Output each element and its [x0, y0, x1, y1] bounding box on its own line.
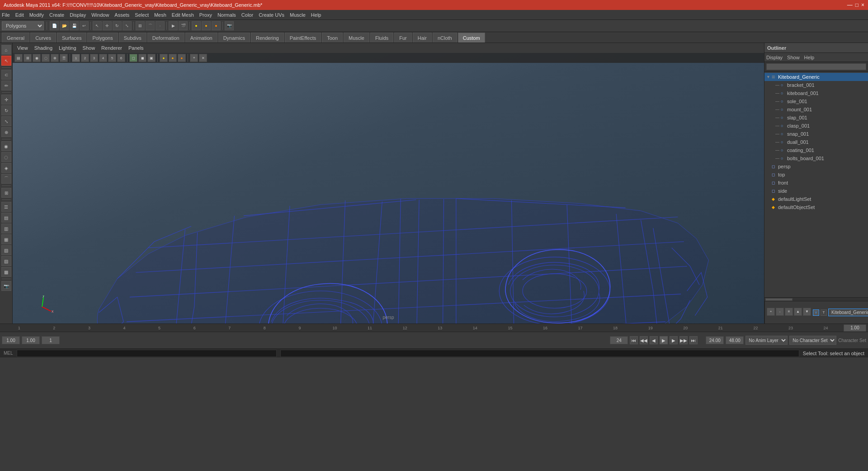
outliner-item-sole[interactable]: — ○ sole_001 — [764, 97, 868, 105]
menu-help[interactable]: Help — [311, 12, 321, 18]
tab-general[interactable]: General — [2, 33, 29, 43]
ipr-icon[interactable]: 🎬 — [179, 21, 188, 30]
vp-xray-icon[interactable]: ✕ — [199, 54, 207, 62]
outliner-item-clasp[interactable]: — ○ clasp_001 — [764, 122, 868, 130]
viewport-menu-renderer[interactable]: Renderer — [99, 45, 125, 51]
timeline-num-11[interactable]: 11 — [353, 326, 388, 330]
outliner-hscrollbar[interactable] — [765, 298, 793, 301]
layer4-icon[interactable]: ▧ — [1, 245, 11, 255]
viewport-menu-show[interactable]: Show — [80, 45, 98, 51]
layer1-icon[interactable]: ▤ — [1, 213, 11, 223]
outliner-menu-show[interactable]: Show — [787, 55, 800, 60]
tab-polygons[interactable]: Polygons — [87, 33, 118, 43]
vp-light3[interactable]: ● — [178, 54, 186, 62]
tab-deformation[interactable]: Deformation — [147, 33, 184, 43]
open-icon[interactable]: 📂 — [60, 21, 69, 30]
menu-color[interactable]: Color — [241, 12, 253, 18]
tab-painteffects[interactable]: PaintEffects — [285, 33, 321, 43]
vp-icon-6[interactable]: ☰ — [60, 54, 68, 62]
layer-add-btn[interactable]: + — [767, 308, 775, 316]
maximize-button[interactable]: □ — [855, 2, 859, 8]
menu-modify[interactable]: Modify — [29, 12, 44, 18]
timeline-num-10[interactable]: 10 — [317, 326, 353, 330]
timeline-num-1[interactable]: 1 — [2, 326, 37, 330]
move-tool[interactable]: ✛ — [1, 95, 11, 105]
timeline-num-9[interactable]: 9 — [283, 326, 318, 330]
lasso-tool[interactable]: ⊂ — [1, 70, 11, 80]
vp-icon-1[interactable]: ▤ — [14, 54, 23, 62]
tab-ncloth[interactable]: nCloth — [433, 33, 457, 43]
timeline-num-5[interactable]: 5 — [142, 326, 177, 330]
cluster-tool[interactable]: ◈ — [1, 163, 11, 173]
outliner-item-front[interactable]: ◻ front — [764, 179, 868, 187]
camera-tool[interactable]: 📷 — [1, 281, 11, 291]
outliner-item-duall[interactable]: — ○ duall_001 — [764, 138, 868, 146]
menu-file[interactable]: File — [2, 12, 10, 18]
render-icon[interactable]: ▶ — [169, 21, 178, 30]
play-button[interactable]: ▶ — [660, 336, 668, 344]
menu-mesh[interactable]: Mesh — [154, 12, 166, 18]
current-frame-input[interactable] — [844, 324, 866, 332]
outliner-item-defaultlightset[interactable]: ◆ defaultLightSet — [764, 195, 868, 203]
tab-subdivs[interactable]: Subdivs — [119, 33, 146, 43]
outliner-item-snap[interactable]: — ○ snap_001 — [764, 130, 868, 138]
outliner-menu-display[interactable]: Display — [766, 55, 783, 60]
timeline-num-18[interactable]: 18 — [598, 326, 633, 330]
layer-name-label[interactable]: Kiteboard_Generic_layer — [828, 309, 868, 316]
outliner-item-kiteboard[interactable]: — ○ kiteboard_001 — [764, 89, 868, 97]
soft-mod-tool[interactable]: ◉ — [1, 141, 11, 151]
mel-input-field[interactable] — [17, 350, 277, 357]
playback-range-start[interactable] — [22, 336, 40, 344]
tab-muscle[interactable]: Muscle — [344, 33, 369, 43]
timeline-num-3[interactable]: 3 — [72, 326, 107, 330]
timeline-num-22[interactable]: 22 — [738, 326, 774, 330]
layer2-icon[interactable]: ▥ — [1, 224, 11, 233]
layer5-icon[interactable]: ▨ — [1, 256, 11, 266]
menu-normals[interactable]: Normals — [217, 12, 236, 18]
anim-end1[interactable] — [706, 336, 724, 344]
rotate-tool[interactable]: ↻ — [1, 105, 11, 115]
vp-snap-icon[interactable]: ⌖ — [190, 54, 198, 62]
vp-display-1[interactable]: 1 — [72, 54, 80, 62]
tab-curves[interactable]: Curves — [30, 33, 56, 43]
timeline-num-19[interactable]: 19 — [633, 326, 668, 330]
vp-solid-icon[interactable]: ◼ — [138, 54, 146, 62]
menu-select[interactable]: Select — [135, 12, 149, 18]
outliner-item-top[interactable]: ◻ top — [764, 171, 868, 179]
transform-tool[interactable]: ⊕ — [1, 127, 11, 137]
tab-custom[interactable]: Custom — [458, 33, 485, 43]
vp-light1[interactable]: ● — [160, 54, 168, 62]
vp-icon-3[interactable]: ◉ — [33, 54, 41, 62]
tab-fur[interactable]: Fur — [394, 33, 412, 43]
select-tool-icon[interactable]: ↖ — [93, 21, 102, 30]
paint-tool[interactable]: ✏ — [1, 81, 11, 90]
bend-tool[interactable]: ⌒ — [1, 174, 11, 184]
minimize-button[interactable]: — — [847, 2, 853, 8]
vp-display-4[interactable]: 4 — [99, 54, 107, 62]
expand-icon[interactable]: ▼ — [766, 75, 772, 79]
timeline-num-20[interactable]: 20 — [668, 326, 703, 330]
tab-dynamics[interactable]: Dynamics — [218, 33, 250, 43]
viewport-menu-lighting[interactable]: Lighting — [56, 45, 79, 51]
outliner-item-slap[interactable]: — ○ slap_001 — [764, 114, 868, 122]
menu-assets[interactable]: Assets — [114, 12, 129, 18]
tab-surfaces[interactable]: Surfaces — [57, 33, 86, 43]
goto-end-button[interactable]: ⏭ — [689, 336, 698, 344]
menu-muscle[interactable]: Muscle — [290, 12, 306, 18]
outliner-search-input[interactable] — [766, 63, 866, 70]
tab-animation[interactable]: Animation — [185, 33, 217, 43]
vp-texture-icon[interactable]: ▣ — [147, 54, 156, 62]
light3-icon[interactable]: ● — [212, 21, 221, 30]
next-frame-button[interactable]: ▶ — [670, 336, 678, 344]
menu-window[interactable]: Window — [91, 12, 109, 18]
playback-start-field[interactable]: 1.00 — [2, 336, 20, 344]
layer-del-btn[interactable]: - — [776, 308, 784, 316]
anim-layer-select[interactable]: No Anim Layer — [745, 336, 788, 345]
camera-icon[interactable]: 📷 — [225, 21, 234, 30]
outliner-item-kiteboard-generic[interactable]: ▼ ⊞ Kiteboard_Generic — [764, 73, 868, 81]
outliner-item-persp[interactable]: ◻ persp — [764, 162, 868, 171]
menu-proxy[interactable]: Proxy — [199, 12, 212, 18]
light2-icon[interactable]: ● — [202, 21, 211, 30]
timeline-num-17[interactable]: 17 — [563, 326, 598, 330]
timeline-num-16[interactable]: 16 — [528, 326, 563, 330]
